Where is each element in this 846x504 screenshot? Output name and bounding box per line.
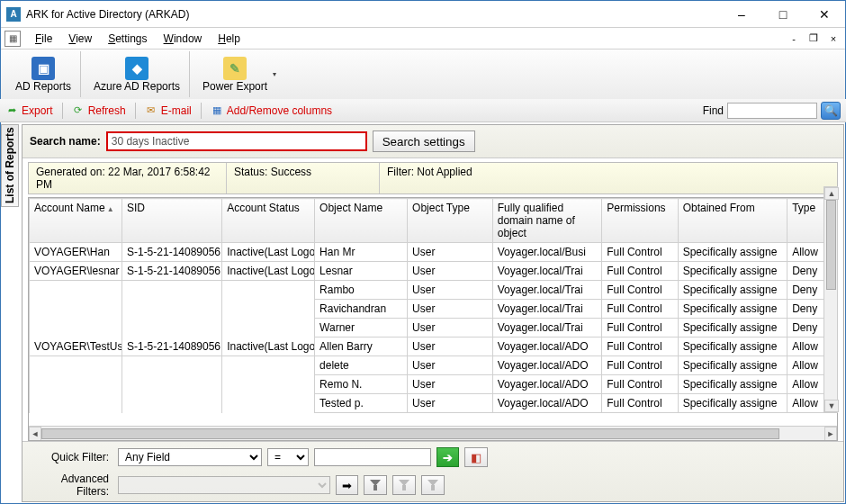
quick-filter-clear-button[interactable]: ◧ [464, 447, 488, 467]
add-remove-columns-button[interactable]: ▦ Add/Remove columns [211, 104, 332, 117]
cell: User [408, 300, 493, 319]
quick-filter-label: Quick Filter: [30, 451, 112, 464]
funnel-gray-icon-2 [428, 480, 438, 490]
azure-icon: ◆ [125, 57, 148, 80]
cell: Han Mr [315, 243, 408, 262]
dropdown-caret-icon[interactable]: ▾ [273, 70, 276, 78]
table-row[interactable]: Tested p.UserVoyager.local/ADOFull Contr… [30, 394, 838, 413]
ribbon-ad-reports[interactable]: ▣ AD Reports [6, 51, 81, 97]
scroll-right-arrow-icon[interactable]: ► [824, 427, 837, 441]
generated-on-label: Generated on: [36, 166, 105, 178]
cell: S-1-5-21-14089056 [122, 243, 221, 262]
minimize-button[interactable]: – [721, 1, 762, 28]
ribbon-azure-reports[interactable]: ◆ Azure AD Reports [85, 51, 190, 97]
cell: Ravichandran [315, 300, 408, 319]
menu-app-icon[interactable]: ▦ [4, 31, 21, 47]
menu-help[interactable]: Help [211, 31, 248, 47]
cell: Specifically assigne [678, 375, 787, 394]
vertical-scrollbar[interactable]: ▲ ▼ [824, 186, 838, 413]
table-row[interactable]: WarnerUserVoyager.local/TraiFull Control… [30, 319, 838, 338]
email-button[interactable]: ✉ E-mail [145, 104, 192, 117]
menu-view[interactable]: View [61, 31, 99, 47]
export-button[interactable]: ➦ Export [5, 104, 53, 117]
filter-button-3[interactable] [421, 475, 445, 495]
columns-icon: ▦ [211, 104, 223, 117]
cell: User [408, 338, 493, 356]
titlebar: A ARK for Active Directory (ARKAD) – □ ✕ [1, 1, 845, 28]
cell [30, 394, 122, 413]
scroll-up-arrow-icon[interactable]: ▲ [824, 187, 839, 200]
quick-filter-field-select[interactable]: Any Field [118, 448, 262, 466]
status-strip: Generated on: 22 Mar, 2017 6:58:42 PM St… [28, 162, 838, 194]
list-of-reports-tab[interactable]: List of Reports [1, 124, 19, 207]
cell: Full Control [602, 281, 678, 300]
filter-button-1[interactable] [364, 475, 387, 495]
maximize-button[interactable]: □ [762, 1, 804, 28]
cell [222, 300, 315, 319]
menu-window[interactable]: Window [157, 31, 210, 47]
cell: Rambo [315, 281, 408, 300]
export-arrow-icon: ➦ [5, 104, 18, 117]
cell [122, 356, 221, 375]
cell [222, 356, 315, 375]
cell: User [408, 243, 493, 262]
cell: Voyager.local/ADO [492, 375, 601, 394]
col-fqdn[interactable]: Fully qualified domain name of object [492, 199, 601, 243]
ribbon-ad-reports-label: AD Reports [15, 80, 71, 93]
cell: Remo N. [315, 375, 408, 394]
cell: Full Control [602, 300, 678, 319]
search-name-input[interactable]: 30 days Inactive [106, 131, 367, 151]
col-account-name[interactable]: Account Name▲ [30, 199, 122, 243]
cell: Full Control [602, 375, 678, 394]
cell: Warner [315, 319, 408, 338]
quick-filter-operator-select[interactable]: = [267, 448, 309, 466]
cell: Specifically assigne [678, 281, 787, 300]
cell: Voyager.local/Trai [492, 281, 601, 300]
menu-settings[interactable]: Settings [101, 31, 154, 47]
cell: S-1-5-21-14089056 [122, 262, 221, 281]
filter-button-2[interactable] [392, 475, 416, 495]
cell: Voyager.local/ADO [492, 394, 601, 413]
quick-filter-value-input[interactable] [314, 448, 431, 466]
mdi-minimize-button[interactable]: - [786, 32, 802, 46]
refresh-icon: ⟳ [72, 104, 85, 117]
arrow-right-icon: ➔ [443, 451, 453, 464]
ribbon: ▣ AD Reports ◆ Azure AD Reports ✎ Power … [1, 50, 845, 100]
table-row[interactable]: deleteUserVoyager.local/ADOFull ControlS… [30, 356, 838, 375]
col-object-type[interactable]: Object Type [408, 199, 493, 243]
table-row[interactable]: RavichandranUserVoyager.local/TraiFull C… [30, 300, 838, 319]
mdi-restore-button[interactable]: ❐ [806, 32, 822, 46]
status-label: Status: [234, 166, 267, 178]
cell: User [408, 281, 493, 300]
scroll-left-arrow-icon[interactable]: ◄ [29, 427, 41, 441]
quick-filter-apply-button[interactable]: ➔ [436, 447, 459, 467]
col-permissions[interactable]: Permissions [602, 199, 678, 243]
advanced-filter-go-button[interactable]: ➡ [336, 475, 358, 495]
scroll-down-arrow-icon[interactable]: ▼ [824, 400, 839, 412]
col-account-status[interactable]: Account Status [222, 199, 315, 243]
table-row[interactable]: VOYAGER\HanS-1-5-21-14089056Inactive(Las… [30, 243, 838, 262]
table-row[interactable]: VOYAGER\TestUseS-1-5-21-14089056Inactive… [30, 338, 838, 356]
find-input[interactable] [727, 103, 817, 119]
search-row: Search name: 30 days Inactive Search set… [22, 125, 843, 158]
col-object-name[interactable]: Object Name [315, 199, 408, 243]
cell: Tested p. [315, 394, 408, 413]
menu-file[interactable]: File [28, 31, 59, 47]
table-row[interactable]: Remo N.UserVoyager.local/ADOFull Control… [30, 375, 838, 394]
close-button[interactable]: ✕ [804, 1, 845, 28]
app-icon: A [6, 7, 21, 22]
col-sid[interactable]: SID [122, 199, 221, 243]
refresh-button[interactable]: ⟳ Refresh [72, 104, 126, 117]
col-obtained-from[interactable]: Obtained From [678, 199, 787, 243]
search-settings-button[interactable]: Search settings [373, 130, 475, 152]
table-row[interactable]: RamboUserVoyager.local/TraiFull ControlS… [30, 281, 838, 300]
ribbon-power-export[interactable]: ✎ Power Export ▾ [194, 51, 285, 97]
horizontal-scrollbar[interactable]: ◄ ► [29, 426, 837, 440]
cell: Lesnar [315, 262, 408, 281]
funnel-gray-icon [399, 480, 410, 490]
cell [122, 281, 221, 300]
table-row[interactable]: VOYAGER\lesnarS-1-5-21-14089056Inactive(… [30, 262, 838, 281]
cell [30, 375, 122, 394]
mdi-close-button[interactable]: × [825, 32, 842, 46]
find-button[interactable]: 🔍 [821, 102, 841, 120]
